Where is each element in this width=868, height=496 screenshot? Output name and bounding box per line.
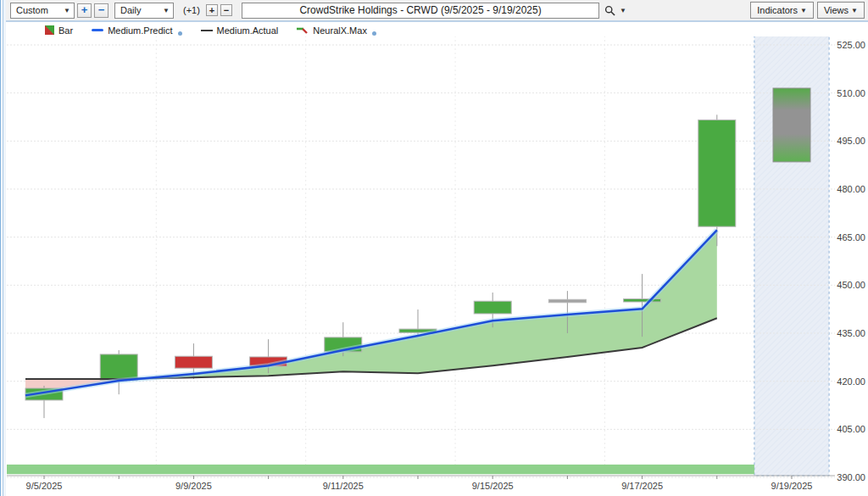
y-axis-label: 435.00 xyxy=(837,328,865,338)
x-axis-label: 9/15/2025 xyxy=(472,481,514,491)
legend-item-bar[interactable]: Bar xyxy=(45,25,73,36)
zoom-in-button[interactable]: + xyxy=(77,3,92,18)
y-axis-labels: 525.00510.00495.00480.00465.00450.00435.… xyxy=(837,40,865,482)
bar-offset-label: (+1) xyxy=(183,5,200,15)
y-axis-label: 480.00 xyxy=(837,184,865,194)
candle-body-9-8-2025 xyxy=(100,354,137,380)
legend-item-neuralx-max[interactable]: NeuralX.Max xyxy=(297,25,376,36)
y-axis-label: 405.00 xyxy=(837,424,865,434)
neuralx-series-icon xyxy=(297,26,309,34)
legend-settings-dot[interactable] xyxy=(178,31,182,36)
period-value: Daily xyxy=(120,5,156,15)
range-preset-select[interactable]: Custom ▼ xyxy=(10,3,75,19)
x-axis-label: 9/11/2025 xyxy=(323,481,364,491)
period-select[interactable]: Daily ▼ xyxy=(114,3,174,19)
chevron-down-icon: ▼ xyxy=(163,7,170,14)
legend-item-medium-predict[interactable]: Medium.Predict xyxy=(92,25,181,36)
x-axis-label: 9/19/2025 xyxy=(771,481,813,491)
views-button[interactable]: Views ▼ xyxy=(817,2,865,19)
y-axis-label: 420.00 xyxy=(837,376,865,387)
legend-neuralx-label: NeuralX.Max xyxy=(313,25,367,36)
y-axis-label: 510.00 xyxy=(837,88,865,98)
y-axis-label: 450.00 xyxy=(837,280,865,290)
x-axis-label: 9/9/2025 xyxy=(175,481,212,491)
candle-body-9-17-2025 xyxy=(624,299,661,303)
candle-body-9-15-2025 xyxy=(474,301,511,314)
y-axis-label: 390.00 xyxy=(837,472,865,482)
indicators-button[interactable]: Indicators ▼ xyxy=(750,2,814,19)
chevron-down-icon: ▼ xyxy=(851,7,858,14)
decrease-offset-button[interactable]: − xyxy=(220,4,232,16)
neuralx-forecast-bar xyxy=(773,88,810,162)
y-axis-label: 465.00 xyxy=(837,232,865,242)
chevron-down-icon: ▼ xyxy=(800,7,807,14)
price-chart: 525.00510.00495.00480.00465.00450.00435.… xyxy=(0,0,868,496)
symbol-search-input[interactable]: CrowdStrike Holdings - CRWD (9/5/2025 - … xyxy=(242,3,599,19)
toolbar: Custom ▼ + − Daily ▼ (+1) + − CrowdStrik… xyxy=(0,0,868,22)
predict-line-icon xyxy=(92,29,103,31)
views-label: Views xyxy=(824,5,849,15)
x-axis: 9/5/20259/9/20259/11/20259/15/20259/17/2… xyxy=(7,476,835,491)
toolbar-right-group: Indicators ▼ Views ▼ xyxy=(750,2,865,19)
legend-item-medium-actual[interactable]: Medium.Actual xyxy=(201,25,279,36)
y-axis-label: 525.00 xyxy=(837,40,865,50)
zoom-out-button[interactable]: − xyxy=(94,3,108,18)
candle-body-9-18-2025 xyxy=(698,120,736,226)
x-axis-label: 9/5/2025 xyxy=(26,481,63,491)
forecast-range-9-19-2025 xyxy=(773,88,810,162)
legend-predict-label: Medium.Predict xyxy=(108,25,172,36)
chevron-down-icon: ▼ xyxy=(64,7,70,14)
actual-line-icon xyxy=(201,30,213,31)
bar-series-icon xyxy=(45,25,54,35)
legend-settings-dot[interactable] xyxy=(372,31,376,36)
baseline-band xyxy=(7,465,754,474)
search-icon[interactable] xyxy=(604,5,615,16)
window-left-border xyxy=(0,0,6,496)
legend-actual-label: Medium.Actual xyxy=(217,25,279,36)
increase-offset-button[interactable]: + xyxy=(206,4,218,16)
chevron-down-icon[interactable]: ▼ xyxy=(620,7,626,14)
legend-bar-label: Bar xyxy=(58,25,73,36)
area-predict-above-actual xyxy=(142,230,717,378)
chart-legend: Bar Medium.Predict Medium.Actual NeuralX… xyxy=(6,24,868,36)
candle-body-9-9-2025 xyxy=(175,356,212,368)
x-axis-label: 9/17/2025 xyxy=(621,481,663,491)
toolbar-left-group: Custom ▼ + − Daily ▼ (+1) + − xyxy=(10,3,232,19)
indicators-label: Indicators xyxy=(757,5,798,15)
toolbar-center-group: CrowdStrike Holdings - CRWD (9/5/2025 - … xyxy=(242,3,626,19)
candle-body-9-16-2025 xyxy=(548,299,586,303)
range-preset-value: Custom xyxy=(16,5,57,15)
y-axis-label: 495.00 xyxy=(837,136,865,146)
